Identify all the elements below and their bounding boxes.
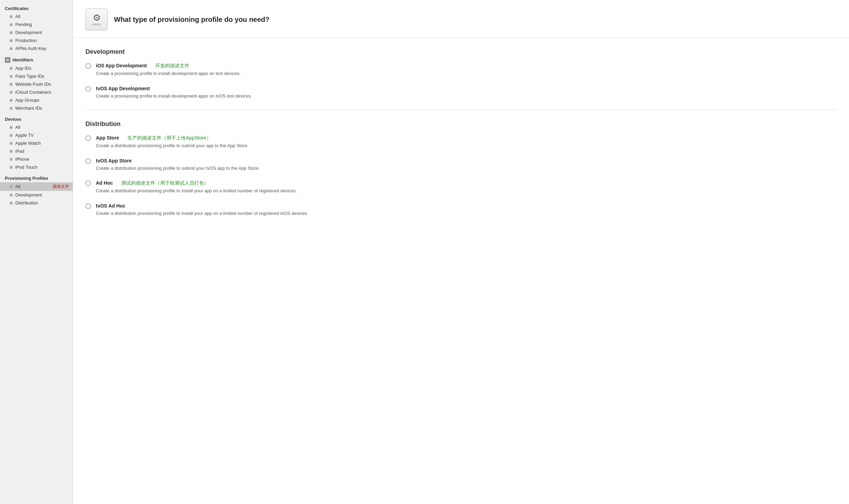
sidebar-item-pass-type-ids[interactable]: Pass Type IDs — [0, 72, 73, 80]
sidebar-section-devices: Devices All Apple TV Apple Watch iPad iP… — [0, 115, 73, 171]
sidebar-item-label: Pass Type IDs — [15, 74, 44, 79]
option-app-store: App Store 生产的描述文件（用于上传AppStore） Create a… — [85, 135, 836, 149]
option-content-ad-hoc: Ad Hoc 测试的描述文件（用于给测试人员打包） Create a distr… — [96, 180, 297, 194]
page-header: ⚙ PROV What type of provisioning profile… — [73, 0, 849, 38]
option-name-tvos-app-development: tvOS App Development — [96, 86, 150, 91]
sidebar-item-certificates-apns[interactable]: APNs Auth Key — [0, 44, 73, 52]
sidebar-item-devices-all[interactable]: All — [0, 123, 73, 131]
radio-app-store[interactable] — [85, 135, 91, 141]
sidebar-section-header-provisioning: Provisioning Profiles — [0, 174, 73, 182]
sidebar-item-label: iPod Touch — [15, 165, 38, 170]
main-content-area: ⚙ PROV What type of provisioning profile… — [73, 0, 849, 504]
dot-icon — [10, 150, 13, 153]
option-annotation-app-store: 生产的描述文件（用于上传AppStore） — [127, 135, 211, 141]
option-name-ios-app-development: iOS App Development — [96, 63, 147, 68]
option-content-app-store: App Store 生产的描述文件（用于上传AppStore） Create a… — [96, 135, 248, 149]
sidebar-item-icloud-containers[interactable]: iCloud Containers — [0, 88, 73, 96]
sidebar: Certificates All Pending Development Pro… — [0, 0, 73, 504]
dot-icon — [10, 83, 13, 86]
sidebar-item-website-push-ids[interactable]: Website Push IDs — [0, 80, 73, 88]
dot-icon — [10, 166, 13, 169]
dot-icon — [10, 202, 13, 204]
dot-icon — [10, 142, 13, 145]
sidebar-item-label: App Groups — [15, 98, 39, 103]
sidebar-item-devices-iphone[interactable]: iPhone — [0, 155, 73, 163]
sidebar-item-provisioning-development[interactable]: Development — [0, 191, 73, 199]
dot-icon — [10, 67, 13, 70]
option-content-tvos-ad-hoc: tvOS Ad Hoc Create a distribution provis… — [96, 203, 308, 217]
dot-icon — [10, 107, 13, 110]
dot-icon — [10, 23, 13, 26]
option-annotation-ios-app-development: 开发的描述文件 — [155, 63, 189, 68]
sidebar-section-certificates: Certificates All Pending Development Pro… — [0, 4, 73, 52]
option-content-tvos-app-development: tvOS App Development Create a provisioni… — [96, 85, 252, 100]
radio-tvos-app-store[interactable] — [85, 158, 91, 164]
radio-tvos-app-development[interactable] — [85, 86, 91, 92]
dot-icon — [10, 134, 13, 137]
certificates-section-label: Certificates — [5, 6, 28, 11]
option-annotation-ad-hoc: 测试的描述文件（用于给测试人员打包） — [121, 180, 209, 186]
radio-ad-hoc[interactable] — [85, 180, 91, 186]
dot-icon — [10, 39, 13, 42]
option-desc-tvos-ad-hoc: Create a distribution provisioning profi… — [96, 210, 308, 217]
sidebar-item-devices-applewatch[interactable]: Apple Watch — [0, 139, 73, 147]
page-title: What type of provisioning profile do you… — [114, 16, 270, 24]
option-ios-app-development: iOS App Development 开发的描述文件 Create a pro… — [85, 62, 836, 77]
sidebar-item-label: Merchant IDs — [15, 106, 42, 111]
sidebar-item-app-groups[interactable]: App Groups — [0, 96, 73, 104]
dot-icon — [10, 194, 13, 196]
option-name-app-store: App Store — [96, 135, 119, 141]
radio-ios-app-development[interactable] — [85, 63, 91, 69]
prov-file-icon: ⚙ PROV — [85, 8, 108, 31]
sidebar-item-label: All — [15, 125, 20, 130]
sidebar-item-label: All — [15, 184, 20, 189]
sidebar-item-label: Development — [15, 192, 42, 198]
development-section-title: Development — [85, 48, 836, 56]
sidebar-section-header-devices: Devices — [0, 115, 73, 123]
identifiers-section-label: Identifiers — [13, 58, 33, 62]
option-name-tvos-app-store: tvOS App Store — [96, 158, 132, 163]
radio-tvos-ad-hoc[interactable] — [85, 203, 91, 209]
content-area: ⚙ PROV What type of provisioning profile… — [73, 0, 849, 504]
sidebar-item-certificates-development[interactable]: Development — [0, 28, 73, 36]
sidebar-item-label: APNs Auth Key — [15, 46, 46, 51]
sidebar-item-label: iPad — [15, 149, 24, 154]
sidebar-item-devices-appletv[interactable]: Apple TV — [0, 131, 73, 139]
id-icon: ID — [5, 57, 10, 63]
sidebar-item-certificates-all[interactable]: All — [0, 12, 73, 20]
option-desc-ios-app-development: Create a provisioning profile to install… — [96, 70, 241, 77]
sidebar-section-header-identifiers: ID Identifiers — [0, 55, 73, 64]
devices-section-label: Devices — [5, 117, 21, 122]
sidebar-item-app-ids[interactable]: App IDs — [0, 64, 73, 72]
sidebar-item-merchant-ids[interactable]: Merchant IDs — [0, 104, 73, 112]
main-content: Development iOS App Development 开发的描述文件 … — [73, 38, 849, 235]
option-name-ad-hoc: Ad Hoc — [96, 180, 113, 186]
sidebar-item-label: App IDs — [15, 66, 31, 71]
sidebar-section-header-certificates: Certificates — [0, 4, 73, 12]
sidebar-section-provisioning: Provisioning Profiles All 描述文件 Developme… — [0, 174, 73, 207]
sidebar-item-devices-ipodtouch[interactable]: iPod Touch — [0, 163, 73, 171]
option-desc-app-store: Create a distribution provisioning profi… — [96, 142, 248, 149]
sidebar-item-provisioning-distribution[interactable]: Distribution — [0, 199, 73, 207]
sidebar-item-label: Pending — [15, 22, 32, 27]
option-desc-ad-hoc: Create a distribution provisioning profi… — [96, 187, 297, 194]
sidebar-item-certificates-production[interactable]: Production — [0, 36, 73, 44]
dot-icon — [10, 31, 13, 34]
option-tvos-ad-hoc: tvOS Ad Hoc Create a distribution provis… — [85, 203, 836, 217]
dot-icon — [10, 47, 13, 50]
option-ad-hoc: Ad Hoc 测试的描述文件（用于给测试人员打包） Create a distr… — [85, 180, 836, 194]
sidebar-item-provisioning-all[interactable]: All 描述文件 — [0, 182, 73, 191]
dot-icon — [10, 185, 13, 188]
sidebar-item-devices-ipad[interactable]: iPad — [0, 147, 73, 155]
sidebar-item-certificates-pending[interactable]: Pending — [0, 20, 73, 28]
gear-icon: ⚙ — [93, 13, 101, 22]
sidebar-item-label: iCloud Containers — [15, 90, 51, 95]
sidebar-section-identifiers: ID Identifiers App IDs Pass Type IDs Web… — [0, 55, 73, 112]
provisioning-all-annotation: 描述文件 — [52, 184, 69, 190]
provisioning-section-label: Provisioning Profiles — [5, 176, 48, 181]
sidebar-item-label: Development — [15, 30, 42, 35]
sidebar-item-label: All — [15, 14, 20, 19]
dot-icon — [10, 15, 13, 18]
dot-icon — [10, 99, 13, 102]
prov-label: PROV — [92, 23, 101, 26]
